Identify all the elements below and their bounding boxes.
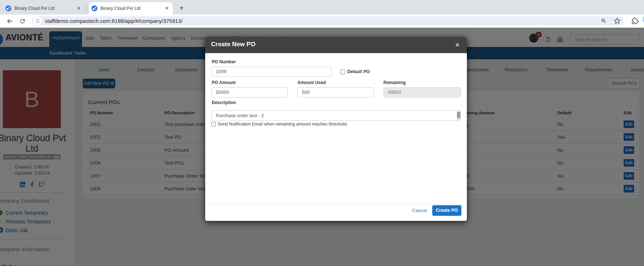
url-text[interactable]: staffdemo.compastech.com:8188/app/#/comp… xyxy=(45,18,183,24)
notify-checkbox[interactable] xyxy=(211,122,216,126)
create-po-modal: Create New PO × PO Number 1009 Default P… xyxy=(205,37,467,221)
remaining-input: 49500 xyxy=(383,87,461,98)
site-favicon xyxy=(5,5,11,11)
browser-tab-active[interactable]: Binary Cloud Pvt Ltd × xyxy=(89,2,173,15)
remaining-label: Remaining xyxy=(383,80,406,85)
site-info-icon xyxy=(35,19,40,23)
modal-header: Create New PO × xyxy=(205,37,467,53)
po-amount-input[interactable]: 50000 xyxy=(211,87,288,98)
back-icon[interactable] xyxy=(7,18,13,24)
notify-label: Send Notification Email when remaining a… xyxy=(218,122,348,127)
modal-footer-divider xyxy=(205,204,467,205)
extensions-puzzle-icon[interactable] xyxy=(632,17,639,24)
browser-tab-inactive[interactable]: Binary Cloud Pvt Ltd × xyxy=(3,2,85,15)
tab-close-icon[interactable]: × xyxy=(164,5,170,11)
description-label: Description xyxy=(212,100,236,105)
modal-close-icon[interactable]: × xyxy=(455,40,460,49)
resize-grip-icon[interactable] xyxy=(457,117,460,120)
default-po-label: Default PO xyxy=(347,69,370,74)
modal-title: Create New PO xyxy=(211,41,255,48)
tab-separator xyxy=(86,5,86,12)
amount-used-input[interactable]: 500 xyxy=(297,87,374,98)
create-po-button[interactable]: Create PO xyxy=(432,205,461,216)
site-favicon xyxy=(91,5,97,11)
tab-title: Binary Cloud Pvt Ltd xyxy=(101,6,164,11)
po-amount-label: PO Amount xyxy=(212,80,236,85)
new-tab-button[interactable]: + xyxy=(177,4,186,13)
default-po-checkbox[interactable] xyxy=(340,70,345,74)
browser-profile-avatar[interactable] xyxy=(643,16,644,23)
browser-tab-strip: Binary Cloud Pvt Ltd × Binary Cloud Pvt … xyxy=(0,0,644,15)
tab-close-icon[interactable]: × xyxy=(76,5,82,11)
zoom-out-icon[interactable] xyxy=(601,18,607,24)
po-number-label: PO Number xyxy=(212,59,236,64)
description-textarea[interactable]: Purchase order test - 2 xyxy=(211,110,461,121)
cancel-button[interactable]: Cancel xyxy=(412,208,427,213)
reload-icon[interactable] xyxy=(19,18,26,24)
tab-title: Binary Cloud Pvt Ltd xyxy=(15,6,76,11)
bookmark-star-icon[interactable] xyxy=(614,17,621,24)
amount-used-label: Amount Used xyxy=(297,80,326,85)
po-number-input[interactable]: 1009 xyxy=(211,67,332,77)
